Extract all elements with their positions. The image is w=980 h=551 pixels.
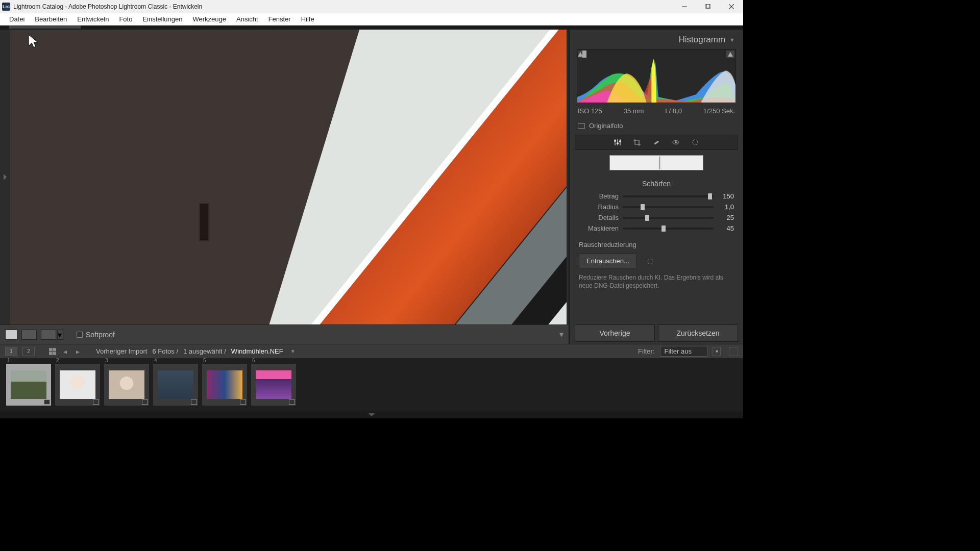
slider-row-radius: Radius1,0 xyxy=(570,202,743,212)
maximize-button[interactable] xyxy=(696,0,720,13)
crop-icon[interactable] xyxy=(633,138,641,146)
slider-track[interactable] xyxy=(623,228,714,230)
menu-entwickeln[interactable]: Entwickeln xyxy=(72,14,114,24)
exif-iso: ISO 125 xyxy=(578,107,602,115)
breadcrumb-count: 6 Fotos / xyxy=(152,347,178,355)
histogram-title: Histogramm xyxy=(678,35,725,45)
histogram[interactable] xyxy=(577,49,736,103)
thumbnail-4[interactable]: 4 xyxy=(153,364,198,406)
slider-thumb[interactable] xyxy=(641,204,645,210)
slider-label: Radius xyxy=(579,203,619,211)
thumb-index: 6 xyxy=(252,358,255,363)
shadow-clip-indicator[interactable] xyxy=(578,51,586,58)
thumb-image xyxy=(109,370,144,399)
minimize-button[interactable] xyxy=(673,0,696,13)
breadcrumb-source[interactable]: Vorheriger Import xyxy=(96,347,147,355)
edit-sliders-icon[interactable] xyxy=(614,138,622,146)
thumbnail-3[interactable]: 3 xyxy=(104,364,149,406)
before-after-tb-button[interactable] xyxy=(41,330,56,340)
slider-value[interactable]: 25 xyxy=(718,214,734,221)
filter-dropdown-icon[interactable]: ▾ xyxy=(713,347,721,356)
menu-bearbeiten[interactable]: Bearbeiten xyxy=(30,14,72,24)
detail-preview[interactable] xyxy=(609,155,703,170)
menu-ansicht[interactable]: Ansicht xyxy=(231,14,263,24)
before-after-menu[interactable]: ▾ xyxy=(57,330,63,340)
slider-track[interactable] xyxy=(623,206,714,208)
slider-value[interactable]: 1,0 xyxy=(718,203,734,211)
filter-select[interactable]: Filter aus xyxy=(660,346,707,357)
slider-thumb[interactable] xyxy=(662,226,666,232)
highlight-clip-indicator[interactable] xyxy=(726,51,734,58)
mask-icon[interactable] xyxy=(691,138,699,146)
filmstrip-collapse[interactable] xyxy=(0,411,743,418)
denoise-help-text: Reduziere Rauschen durch KI. Das Ergebni… xyxy=(579,273,734,290)
menubar: DateiBearbeitenEntwickelnFotoEinstellung… xyxy=(0,13,743,26)
nav-back-icon[interactable]: ◂ xyxy=(61,347,69,356)
photo-content xyxy=(10,30,567,324)
photo-canvas[interactable] xyxy=(0,30,567,324)
menu-hilfe[interactable]: Hilfe xyxy=(296,14,320,24)
slider-thumb[interactable] xyxy=(708,193,712,199)
breadcrumb-filename[interactable]: Windmühlen.NEF xyxy=(231,347,283,355)
filter-lock-icon[interactable] xyxy=(729,347,738,356)
slider-label: Maskieren xyxy=(579,224,619,232)
top-panel-edge[interactable] xyxy=(0,26,743,30)
softproof-label: Softproof xyxy=(86,331,115,339)
left-panel-toggle[interactable] xyxy=(0,30,10,324)
thumb-image xyxy=(207,370,242,399)
redeye-icon[interactable] xyxy=(672,138,680,146)
toolbar-dropdown[interactable]: ▾ xyxy=(559,330,564,339)
denoise-button[interactable]: Entrauschen... xyxy=(579,254,637,268)
thumb-index: 2 xyxy=(56,358,59,363)
svg-point-8 xyxy=(615,140,616,142)
secondary-display-button[interactable]: 2 xyxy=(22,347,35,356)
menu-werkzeuge[interactable]: Werkzeuge xyxy=(187,14,231,24)
thumb-index: 1 xyxy=(7,358,10,363)
svg-point-10 xyxy=(620,141,621,142)
before-after-lr-button[interactable] xyxy=(21,330,37,340)
nav-forward-icon[interactable]: ▸ xyxy=(74,347,82,356)
filename-dropdown-icon[interactable]: ▼ xyxy=(288,348,298,354)
loupe-view-button[interactable] xyxy=(5,330,17,340)
menu-einstellungen[interactable]: Einstellungen xyxy=(137,14,187,24)
slider-value[interactable]: 150 xyxy=(718,192,734,200)
filmstrip[interactable]: 123456 xyxy=(0,358,743,411)
exif-aperture: f / 8,0 xyxy=(665,107,682,115)
svg-rect-11 xyxy=(654,140,659,144)
thumb-badge-icon xyxy=(240,399,246,405)
menu-foto[interactable]: Foto xyxy=(114,14,137,24)
slider-track[interactable] xyxy=(623,195,714,197)
main-display-button[interactable]: 1 xyxy=(5,347,17,356)
close-button[interactable] xyxy=(720,0,743,13)
denoise-spinner-icon: ◌ xyxy=(647,257,653,265)
thumb-image xyxy=(60,370,95,399)
thumbnail-6[interactable]: 6 xyxy=(251,364,296,406)
previous-button[interactable]: Vorherige xyxy=(575,324,655,342)
work-area: ▾ Softproof ▾ Histogramm ▼ xyxy=(0,30,743,344)
menu-datei[interactable]: Datei xyxy=(4,14,30,24)
original-photo-toggle[interactable]: Originalfoto xyxy=(570,119,743,135)
thumb-image xyxy=(158,370,193,399)
slider-row-betrag: Betrag150 xyxy=(570,191,743,202)
slider-thumb[interactable] xyxy=(645,215,649,221)
thumbnail-1[interactable]: 1 xyxy=(6,364,51,406)
breadcrumb-selected: 1 ausgewählt / xyxy=(183,347,226,355)
thumbnail-5[interactable]: 5 xyxy=(202,364,247,406)
menu-fenster[interactable]: Fenster xyxy=(263,14,296,24)
slider-value[interactable]: 45 xyxy=(718,224,734,232)
histogram-collapse-icon[interactable]: ▼ xyxy=(729,37,735,43)
original-photo-icon xyxy=(578,123,585,129)
thumbnail-2[interactable]: 2 xyxy=(55,364,100,406)
thumb-badge-icon xyxy=(191,399,197,405)
thumb-index: 5 xyxy=(203,358,206,363)
svg-rect-1 xyxy=(705,4,709,8)
softproof-checkbox[interactable] xyxy=(77,332,83,338)
slider-label: Betrag xyxy=(579,192,619,200)
grid-view-icon[interactable] xyxy=(49,348,56,355)
window-title: Lightroom Catalog - Adobe Photoshop Ligh… xyxy=(13,3,202,10)
slider-row-details: Details25 xyxy=(570,212,743,223)
heal-icon[interactable] xyxy=(652,138,660,146)
slider-track[interactable] xyxy=(623,217,714,219)
original-photo-label: Originalfoto xyxy=(589,122,623,130)
reset-button[interactable]: Zurücksetzen xyxy=(658,324,738,342)
